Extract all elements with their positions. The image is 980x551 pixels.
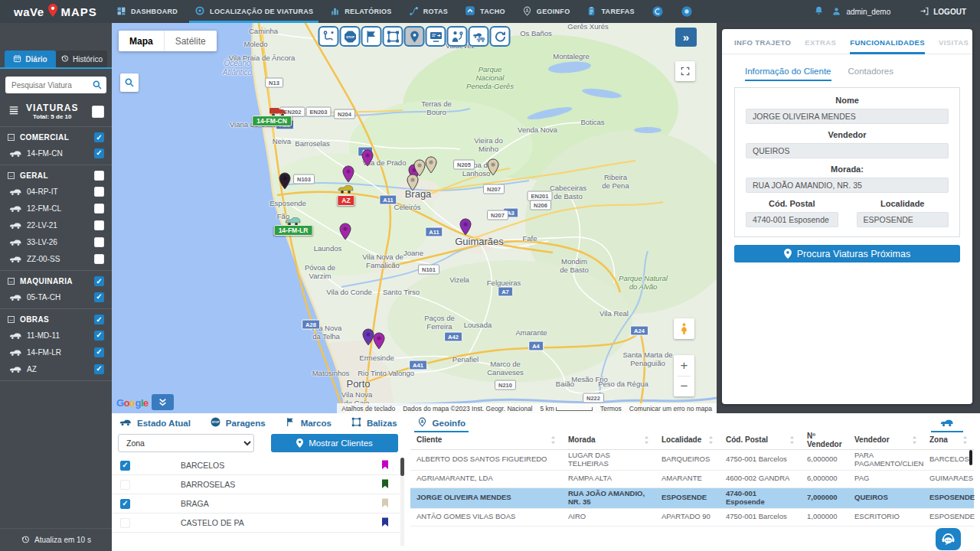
vehicle-item[interactable]: 11-MD-11 (0, 327, 112, 344)
checkbox[interactable] (94, 254, 104, 264)
cod-postal-field[interactable] (746, 212, 838, 227)
vehicle-group-header[interactable]: – COMERCIAL (0, 130, 112, 145)
collapse-icon[interactable]: – (8, 172, 15, 179)
nome-field[interactable] (746, 109, 949, 124)
vehicle-item[interactable]: 12-FM-CL (0, 200, 112, 217)
zones-scrollbar[interactable] (400, 458, 404, 546)
zone-row[interactable]: BARROSELAS (112, 475, 400, 494)
terms-link[interactable]: Termos (600, 405, 622, 412)
report-error-link[interactable]: Comunicar um erro no mapa (629, 405, 712, 412)
checkbox[interactable] (94, 132, 104, 142)
menu-item-tacho[interactable]: TACHO (456, 0, 514, 23)
client-marker[interactable] (373, 332, 385, 350)
find-nearby-vehicles-button[interactable]: Procura Viaturas Próximas (734, 245, 960, 262)
column-header[interactable]: Cliente (410, 435, 562, 445)
menu-item-geoinfo[interactable]: GEOINFO (514, 0, 579, 23)
column-header[interactable]: Zona (923, 435, 974, 445)
vehicle-group-header[interactable]: – GERAL (0, 168, 112, 183)
checkbox[interactable] (94, 315, 104, 324)
select-all-checkbox[interactable] (92, 106, 104, 118)
collapse-icon[interactable]: – (8, 278, 15, 285)
menu-item-tarefas[interactable]: TAREFAS (578, 0, 642, 23)
column-header[interactable]: Localidade (655, 435, 720, 445)
collapse-bottom-button[interactable] (152, 394, 174, 410)
client-marker[interactable] (407, 174, 419, 191)
zona-select[interactable]: Zona (118, 434, 254, 452)
vehicle-plate-label[interactable]: 14-FM-LR (274, 225, 313, 236)
menu-icon-circle-c[interactable] (643, 0, 672, 23)
client-row[interactable]: AGRIAMARANTE, LDARAMPA ALTAAMARANTE4600-… (410, 471, 974, 488)
vendedor-field[interactable] (746, 143, 949, 158)
client-marker[interactable] (339, 223, 351, 240)
subtab-informacao-cliente[interactable]: Informação do Cliente (745, 67, 831, 81)
map-search-button[interactable] (120, 73, 139, 92)
client-marker[interactable] (279, 172, 291, 190)
zoom-out-button[interactable]: − (674, 377, 694, 397)
map-canvas[interactable]: CaminhaMoledoVila Praia de ÂncoraValdeve… (112, 23, 717, 413)
morada-field[interactable] (746, 178, 949, 193)
user-menu[interactable]: admin_demo (831, 6, 890, 18)
menu-item-localizacao[interactable]: LOCALIZAÇÃO DE VIATURAS (186, 0, 322, 23)
client-marker[interactable] (342, 165, 354, 183)
person-route-tool-button[interactable] (447, 26, 468, 47)
zone-row[interactable]: CASTELO DE PA (112, 514, 400, 533)
checkbox[interactable] (94, 220, 104, 230)
collapse-icon[interactable]: – (8, 316, 15, 323)
tab-info-trajeto[interactable]: INFO TRAJETO (734, 38, 791, 54)
zone-row[interactable]: BARCELOS (112, 456, 400, 475)
client-row[interactable]: JORGE OLIVEIRA MENDESRUA JOÃO AMANDIO, N… (410, 488, 974, 509)
vehicle-item[interactable]: 22-LV-21 (0, 217, 112, 233)
vehicle-group-header[interactable]: – MAQUINARIA (0, 274, 112, 289)
chat-button[interactable] (936, 528, 961, 550)
pegman-button[interactable] (674, 318, 694, 339)
tab-balizas[interactable]: Balizas (351, 413, 397, 432)
vehicle-item[interactable]: AZ (0, 360, 112, 377)
checkbox[interactable] (120, 499, 130, 509)
vehicle-item[interactable]: 33-LV-26 (0, 233, 112, 250)
fullscreen-button[interactable] (675, 61, 695, 81)
traffic-tool-button[interactable] (469, 26, 489, 47)
client-marker[interactable] (425, 156, 437, 174)
tab-visitas[interactable]: VISITAS (939, 38, 969, 54)
collapse-icon[interactable]: – (8, 134, 15, 141)
route-tool-button[interactable] (318, 26, 339, 47)
column-header[interactable]: Nº Vendedor (801, 432, 848, 448)
stops-tool-button[interactable]: STOP (340, 26, 361, 47)
map-type-mapa[interactable]: Mapa (119, 31, 164, 51)
client-row[interactable]: ALBERTO DOS SANTOS FIGUEIREDOLUGAR DAS T… (410, 450, 974, 471)
tab-estado-atual[interactable]: Estado Atual (119, 413, 191, 432)
tab-marcos[interactable]: Marcos (286, 413, 332, 432)
checkbox[interactable] (94, 364, 104, 374)
client-marker[interactable] (361, 149, 374, 167)
client-marker[interactable] (487, 158, 499, 176)
collapse-panel-button[interactable]: » (675, 28, 697, 47)
geofence-tool-button[interactable] (383, 26, 403, 47)
subtab-contadores[interactable]: Contadores (848, 67, 893, 81)
search-icon[interactable] (92, 80, 103, 93)
logout-button[interactable]: LOGOUT (920, 6, 966, 18)
map-type-satelite[interactable]: Satélite (164, 31, 217, 51)
vehicle-item[interactable]: 05-TA-CH (0, 289, 112, 305)
menu-item-dashboard[interactable]: DASHBOARD (108, 0, 186, 23)
column-header[interactable]: Morada (562, 435, 655, 445)
brand-logo[interactable]: waVe MAPS (0, 3, 108, 21)
checkbox[interactable] (94, 237, 104, 247)
client-row[interactable]: ANTÃO GOMES VILAS BOASAIROAPARTADO 90475… (410, 509, 974, 527)
bell-icon[interactable] (814, 5, 824, 18)
vehicle-item[interactable]: ZZ-00-SS (0, 250, 112, 267)
tab-extras[interactable]: EXTRAS (805, 38, 836, 54)
checkbox[interactable] (94, 276, 104, 286)
checkbox[interactable] (94, 347, 104, 357)
checkbox[interactable] (120, 461, 130, 471)
show-clients-button[interactable]: Mostrar Clientes (271, 434, 398, 452)
vehicle-group-header[interactable]: – OBRAS (0, 312, 112, 327)
table-scrollbar[interactable] (969, 450, 972, 465)
checkbox[interactable] (120, 480, 130, 490)
column-header[interactable]: Cód. Postal (720, 435, 801, 445)
tab-paragens[interactable]: STOP Paragens (211, 413, 266, 432)
menu-item-relatorios[interactable]: RELATÓRIOS (322, 0, 400, 23)
vehicle-item[interactable]: 04-RP-IT (0, 183, 112, 200)
menu-item-rotas[interactable]: ROTAS (400, 0, 456, 23)
column-header[interactable]: Vendedor (848, 435, 923, 445)
vehicle-plate-label[interactable]: AZ (337, 195, 354, 206)
